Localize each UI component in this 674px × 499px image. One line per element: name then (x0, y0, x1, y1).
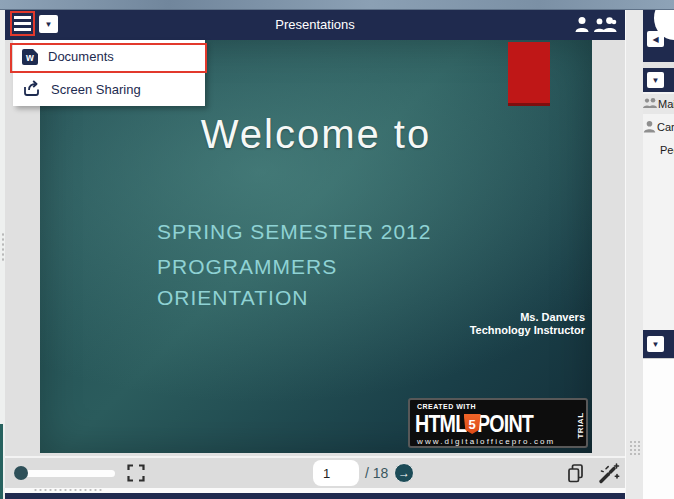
left-window-edge (0, 424, 3, 499)
badge-created-with: CREATED WITH (417, 403, 476, 410)
list-item-room[interactable]: Mai (643, 94, 674, 114)
next-slide-button[interactable]: → (394, 463, 414, 483)
page-total-label: / 18 (365, 465, 388, 481)
window-title: Presentations (5, 17, 625, 32)
users-list-dropdown-button[interactable]: ▼ (647, 72, 664, 88)
page-number-input[interactable] (313, 460, 359, 486)
credit-name: Ms. Danvers (470, 311, 585, 324)
group-icon[interactable] (594, 16, 617, 37)
collapse-panel-button[interactable]: ◀ (647, 31, 664, 47)
menu-item-label: Screen Sharing (51, 82, 141, 97)
users-panel-header: ◀ (643, 10, 674, 62)
list-item-user[interactable]: Car (643, 116, 674, 138)
slide-credits: Ms. Danvers Technology Instructor (470, 311, 585, 337)
window-bottom-edge (5, 493, 625, 499)
menu-item-documents[interactable]: w Documents (13, 40, 205, 73)
slide-subtitle-line1: SPRING SEMESTER 2012 (157, 220, 431, 244)
screen-share-icon (22, 79, 41, 100)
lower-panel-dropdown-button[interactable]: ▼ (647, 336, 664, 352)
panel-gutter (625, 10, 643, 499)
caret-left-icon: ◀ (652, 35, 658, 44)
zoom-slider-track[interactable] (14, 470, 115, 477)
caret-down-icon: ▼ (652, 340, 660, 349)
slide-subtitle-line2: PROGRAMMERS (157, 255, 337, 279)
badge-brand-html: HTML (415, 410, 466, 438)
users-panel: ◀ ▼ Mai Car Peg ▼ (643, 10, 674, 499)
copy-pages-icon[interactable] (566, 463, 587, 488)
list-item-user[interactable]: Peg (643, 140, 674, 160)
html5point-trial-badge: CREATED WITH HTML 5 POINT www.digitaloff… (408, 398, 588, 448)
arrow-right-icon: → (398, 466, 410, 480)
app-window: ▼ Presentations Welcome to SPRING SEMEST… (0, 0, 674, 499)
list-item-label: Peg (660, 144, 674, 156)
presentation-header: ▼ Presentations (5, 10, 625, 40)
panel-resize-handle[interactable] (629, 440, 641, 456)
lower-panel-body (643, 358, 674, 499)
slide-title: Welcome to (40, 112, 592, 157)
group-icon (643, 97, 657, 111)
person-icon (643, 120, 656, 135)
magic-wand-icon[interactable] (597, 462, 620, 489)
lower-panel-header-bar: ▼ (643, 330, 674, 358)
badge-url: www.digitalofficepro.com (417, 437, 555, 446)
slide-red-decoration (508, 42, 550, 106)
users-list-header-bar: ▼ (643, 68, 674, 92)
zoom-slider-knob[interactable] (14, 466, 28, 480)
badge-brand-point: POINT (477, 410, 533, 438)
person-icon[interactable] (575, 16, 589, 37)
list-item-label: Car (657, 121, 674, 133)
window-top-edge (0, 0, 674, 10)
list-item-label: Mai (658, 98, 674, 110)
menu-item-label: Documents (48, 49, 114, 64)
badge-trial-label: TRIAL (575, 412, 584, 438)
presentation-menu-dropdown: w Documents Screen Sharing (13, 40, 205, 106)
slide-subtitle-line3: ORIENTATION (157, 286, 308, 310)
word-document-icon: w (22, 49, 38, 65)
credit-role: Technology Instructor (470, 324, 585, 337)
caret-down-icon: ▼ (652, 76, 660, 85)
fullscreen-icon[interactable] (127, 464, 145, 482)
menu-item-screen-sharing[interactable]: Screen Sharing (13, 73, 205, 106)
presentation-toolbar: / 18 → (5, 456, 625, 488)
